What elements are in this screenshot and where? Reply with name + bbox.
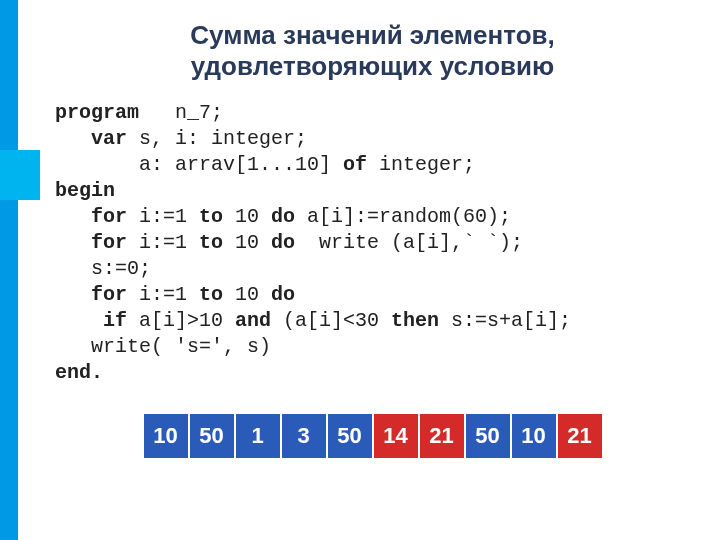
kw-if: if	[55, 309, 139, 332]
left-accent-block	[0, 150, 40, 200]
kw-do: do	[271, 205, 295, 228]
array-cell-3: 3	[282, 414, 326, 458]
code-text: a[i]>10	[139, 309, 235, 332]
code-text: write( 's=', s)	[55, 335, 271, 358]
code-text: (a[i]<30	[271, 309, 391, 332]
kw-begin: begin	[55, 179, 115, 202]
kw-to: to	[199, 231, 223, 254]
slide-content: Сумма значений элементов, удовлетворяющи…	[0, 0, 720, 458]
kw-do: do	[271, 231, 295, 254]
code-text: n_7;	[139, 101, 223, 124]
array-cell-7: 50	[466, 414, 510, 458]
array-cell-6: 21	[420, 414, 464, 458]
array-cell-9: 21	[558, 414, 602, 458]
kw-var: var	[55, 127, 139, 150]
code-block: program n_7; var s, i: integer; a: arrav…	[55, 100, 700, 386]
slide-title: Сумма значений элементов, удовлетворяющи…	[45, 20, 700, 82]
array-visualization: 105013501421501021	[45, 414, 700, 458]
kw-of: of	[343, 153, 367, 176]
left-accent-bar	[0, 0, 18, 540]
code-text: i:=1	[139, 205, 199, 228]
code-text: 10	[223, 205, 271, 228]
kw-then: then	[391, 309, 439, 332]
kw-for: for	[55, 283, 139, 306]
code-text: a: arrav[1...10]	[55, 153, 343, 176]
title-line-2: удовлетворяющих условию	[191, 51, 554, 81]
kw-to: to	[199, 205, 223, 228]
code-text: 10	[223, 231, 271, 254]
array-cell-2: 1	[236, 414, 280, 458]
title-line-1: Сумма значений элементов,	[190, 20, 554, 50]
array-cell-5: 14	[374, 414, 418, 458]
code-text: s:=s+a[i];	[439, 309, 571, 332]
array-cell-0: 10	[144, 414, 188, 458]
code-text: write (a[i],` `);	[295, 231, 523, 254]
array-cell-8: 10	[512, 414, 556, 458]
code-text: i:=1	[139, 283, 199, 306]
kw-to: to	[199, 283, 223, 306]
code-text: a[i]:=random(60);	[295, 205, 511, 228]
code-text: integer;	[367, 153, 475, 176]
array-cell-4: 50	[328, 414, 372, 458]
code-text: s, i: integer;	[139, 127, 307, 150]
kw-end: end.	[55, 361, 103, 384]
code-text: i:=1	[139, 231, 199, 254]
code-text: s:=0;	[55, 257, 151, 280]
kw-for: for	[55, 205, 139, 228]
kw-for: for	[55, 231, 139, 254]
code-text: 10	[223, 283, 271, 306]
kw-do: do	[271, 283, 295, 306]
kw-program: program	[55, 101, 139, 124]
array-cell-1: 50	[190, 414, 234, 458]
kw-and: and	[235, 309, 271, 332]
